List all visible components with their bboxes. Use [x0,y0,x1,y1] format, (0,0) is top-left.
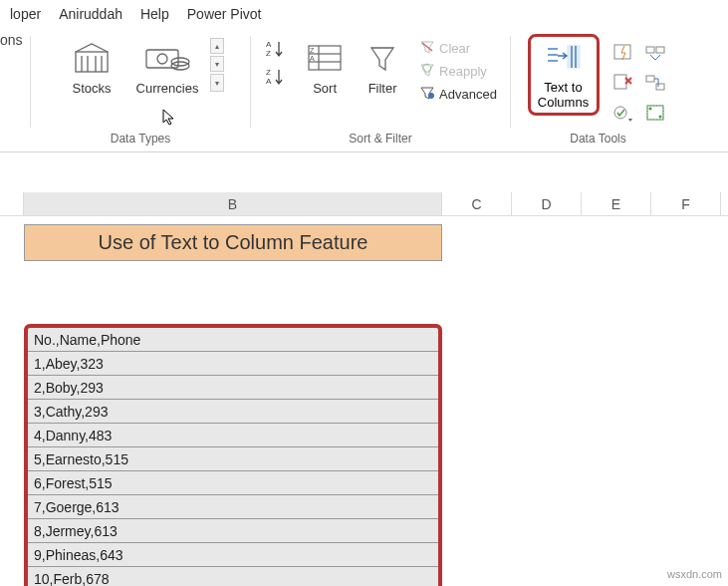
text-to-columns-icon [544,43,584,77]
currencies-button[interactable]: Currencies [132,34,202,103]
svg-text:Z: Z [310,47,315,54]
manage-data-model-icon[interactable] [641,100,669,126]
sort-icon: ZA [307,40,343,78]
clear-icon [419,40,435,57]
col-header-E[interactable]: E [582,192,651,215]
spinner-down-icon[interactable]: ▾ [210,56,224,72]
watermark: wsxdn.com [667,568,722,580]
data-row[interactable]: 4,Danny,483 [28,424,438,447]
clear-label: Clear [439,41,470,56]
column-headers: B C D E F [0,192,728,216]
advanced-button[interactable]: Advanced [419,84,497,104]
consolidate-icon[interactable] [641,40,669,66]
advanced-label: Advanced [439,87,497,102]
reapply-icon [419,63,435,80]
col-header-B[interactable]: B [24,192,442,215]
svg-rect-30 [614,75,626,89]
ribbon-group-data-types: Stocks Currencies ▴ ▾ ▾ Data Types [31,28,250,151]
data-row[interactable]: 6,Forest,515 [28,471,438,495]
stocks-label: Stocks [72,82,111,97]
data-row[interactable]: No.,Name,Phone [28,328,438,352]
svg-text:A: A [266,40,272,49]
ribbon-group-data-tools: Text to Columns Data Tools [511,28,685,151]
svg-point-35 [614,107,626,119]
filter-label: Filter [368,82,397,97]
menu-developer[interactable]: loper [10,2,41,26]
data-types-group-label: Data Types [39,128,242,151]
svg-rect-34 [656,84,664,90]
svg-line-19 [422,43,432,51]
svg-text:Z: Z [266,49,271,58]
data-row[interactable]: 2,Boby,293 [28,376,438,400]
svg-rect-33 [646,76,654,82]
svg-rect-28 [646,47,654,53]
currencies-icon [142,40,192,78]
stocks-icon [70,40,114,78]
grid-area[interactable]: Use of Text to Column Feature No.,Name,P… [0,224,728,261]
flash-fill-icon[interactable] [609,40,637,66]
menu-aniruddah[interactable]: Aniruddah [59,2,122,26]
data-row[interactable]: 3,Cathy,293 [28,400,438,424]
svg-rect-0 [76,52,108,72]
stocks-button[interactable]: Stocks [57,34,126,103]
svg-point-6 [157,54,167,64]
data-types-spinner: ▴ ▾ ▾ [210,34,224,92]
selected-data-range[interactable]: No.,Name,Phone 1,Abey,323 2,Boby,293 3,C… [24,324,442,586]
sort-label: Sort [313,82,337,97]
currencies-label: Currencies [136,82,199,97]
svg-text:A: A [266,77,272,86]
ribbon-left-fragment: ons [0,28,30,151]
data-row[interactable]: 10,Ferb,678 [28,567,438,586]
data-row[interactable]: 7,Goerge,613 [28,495,438,519]
advanced-icon [419,86,435,103]
svg-rect-24 [568,46,580,68]
spreadsheet: B C D E F Use of Text to Column Feature … [0,152,728,261]
data-row[interactable]: 9,Phineas,643 [28,543,438,567]
menu-help[interactable]: Help [140,2,169,26]
svg-rect-29 [656,47,664,53]
svg-text:A: A [310,55,315,62]
col-header-D[interactable]: D [512,192,582,215]
svg-point-20 [428,93,434,99]
sort-za-button[interactable]: ZA [264,66,288,88]
sort-filter-group-label: Sort & Filter [259,128,502,151]
data-validation-icon[interactable] [609,100,637,126]
data-row[interactable]: 5,Earnesto,515 [28,447,438,471]
col-header-C[interactable]: C [442,192,512,215]
remove-duplicates-icon[interactable] [609,70,637,96]
relationships-icon[interactable] [641,70,669,96]
text-to-columns-button[interactable]: Text to Columns [528,34,600,116]
ribbon-group-sort-filter: AZ ZA ZA Sort Filter [251,28,510,151]
title-cell[interactable]: Use of Text to Column Feature [24,224,442,261]
data-row[interactable]: 8,Jermey,613 [28,519,438,543]
sort-az-button[interactable]: AZ [264,38,288,60]
ribbon: ons Stocks Currencies ▴ ▾ ▾ Data Typ [0,28,728,152]
clear-button[interactable]: Clear [419,38,497,58]
data-row[interactable]: 1,Abey,323 [28,352,438,376]
menu-power-pivot[interactable]: Power Pivot [187,2,262,26]
filter-icon [367,40,397,78]
col-header-F[interactable]: F [651,192,721,215]
text-to-columns-label-1: Text to [544,81,582,96]
spinner-more-icon[interactable]: ▾ [210,74,224,92]
data-tools-group-label: Data Tools [519,128,677,151]
svg-point-39 [658,116,661,119]
filter-button[interactable]: Filter [358,34,407,103]
svg-point-38 [648,108,651,111]
menu-bar: loper Aniruddah Help Power Pivot [0,0,728,28]
svg-text:Z: Z [266,68,271,77]
sort-button[interactable]: ZA Sort [298,34,352,103]
spinner-up-icon[interactable]: ▴ [210,38,224,54]
text-to-columns-label-2: Columns [538,96,589,111]
reapply-label: Reapply [439,64,487,79]
reapply-button[interactable]: Reapply [419,61,497,81]
svg-rect-27 [614,45,630,59]
